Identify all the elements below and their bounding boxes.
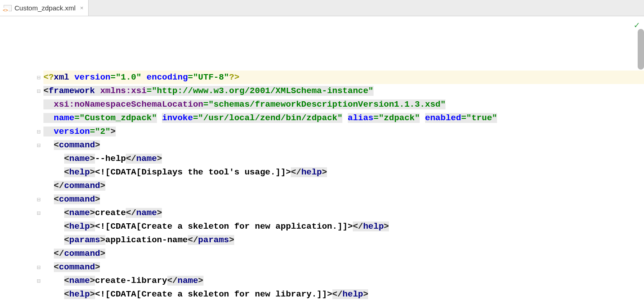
- fold-toggle: [35, 43, 42, 57]
- file-tab[interactable]: Custom_zdpack.xml ×: [0, 0, 89, 16]
- fold-toggle[interactable]: ⊟: [35, 138, 42, 152]
- fold-toggle[interactable]: ⊟: [35, 71, 42, 84]
- close-icon[interactable]: ×: [80, 5, 84, 11]
- fold-toggle: [35, 179, 42, 193]
- fold-toggle[interactable]: ⊟: [35, 193, 42, 206]
- fold-toggle[interactable]: ⊟: [35, 260, 42, 274]
- fold-toggle: [35, 220, 42, 233]
- fold-toggle: [35, 165, 42, 179]
- fold-toggle[interactable]: ⊟: [35, 84, 42, 98]
- fold-column: ⊟⊟⊟⊟⊟⊟⊟⊟: [35, 16, 42, 287]
- code-area[interactable]: ✓ <?xml version="1.0" encoding="UTF-8"?>…: [43, 16, 644, 301]
- fold-toggle: [35, 57, 42, 71]
- gutter: ⊟⊟⊟⊟⊟⊟⊟⊟: [0, 16, 43, 301]
- scrollbar-thumb[interactable]: [638, 29, 644, 70]
- fold-toggle[interactable]: ⊟: [35, 125, 42, 138]
- fold-toggle: [35, 233, 42, 247]
- tab-filename: Custom_zdpack.xml: [14, 4, 76, 12]
- tab-bar: Custom_zdpack.xml ×: [0, 0, 644, 16]
- fold-toggle[interactable]: ⊟: [35, 274, 42, 287]
- fold-toggle: [35, 111, 42, 125]
- fold-toggle[interactable]: ⊟: [35, 206, 42, 220]
- fold-toggle: [35, 152, 42, 165]
- fold-toggle: [35, 247, 42, 260]
- fold-toggle: [35, 30, 42, 43]
- fold-toggle: [35, 98, 42, 111]
- fold-toggle: [35, 16, 42, 30]
- xml-file-icon: [4, 5, 12, 11]
- editor: ⊟⊟⊟⊟⊟⊟⊟⊟ ✓ <?xml version="1.0" encoding=…: [0, 16, 644, 301]
